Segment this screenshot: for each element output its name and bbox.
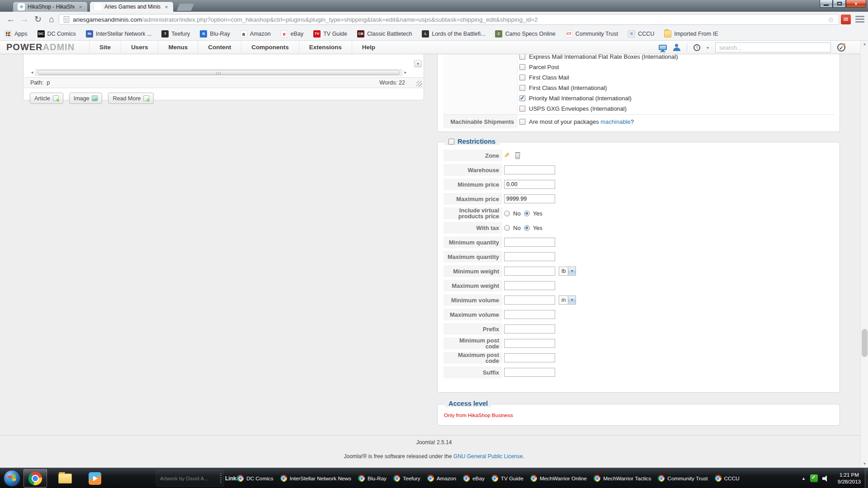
restriction-input[interactable] [504,252,555,261]
taskbar-mediaplayer-button[interactable] [83,469,107,488]
user-profile-icon[interactable] [673,44,680,51]
taskbar-explorer-button[interactable] [53,469,77,488]
restriction-input[interactable] [504,310,555,319]
taskbar-link[interactable]: CCCU [715,475,740,482]
volume-icon[interactable] [822,475,830,482]
taskbar-link[interactable]: Amazon [427,475,456,482]
admin-menu-item[interactable]: Site [89,41,121,54]
bookmark-item[interactable]: C Camo Specs Online [495,30,555,38]
scroll-left-icon[interactable]: ◄ [29,69,35,76]
restrictions-checkbox[interactable] [448,139,454,145]
browser-tab[interactable]: ✳ HikaShop - HikaShop - To × [13,1,88,12]
admin-menu-item[interactable]: Content [198,41,241,54]
show-desktop-button[interactable] [865,468,868,488]
admin-menu-item[interactable]: Help [352,41,385,54]
admin-menu-item[interactable]: Menus [158,41,198,54]
scroll-down-icon[interactable]: ▼ [861,460,868,468]
clock-icon[interactable] [693,44,700,51]
tab-close-icon[interactable]: × [77,4,84,10]
bookmark-item[interactable]: L Lords of the Battlefi... [422,30,485,38]
new-tab-button[interactable] [177,4,194,11]
preview-site-icon[interactable] [659,45,667,50]
chevron-down-icon[interactable]: ▾ [707,45,709,50]
home-icon[interactable]: ⌂ [45,13,58,26]
bookmark-item[interactable]: Imported From IE [664,30,718,38]
taskbar-clock[interactable]: 1:21 PM 9/28/2013 [835,472,863,485]
editor-insert-button[interactable]: Read More [108,93,154,104]
service-checkbox[interactable] [519,64,525,70]
admin-menu-item[interactable]: Extensions [299,41,352,54]
restriction-input[interactable] [504,165,555,174]
taskbar-chrome-button[interactable] [24,469,47,488]
address-bar[interactable]: ariesgamesandminis.com/administrator/ind… [59,14,839,25]
gmail-extension-icon[interactable]: ✉ [841,14,851,24]
taskbar-link[interactable]: DC Comics [237,475,274,482]
restriction-input[interactable] [504,281,555,290]
radio-no[interactable] [504,225,510,231]
taskbar-link[interactable]: Community Trust [658,475,708,482]
start-button[interactable] [4,470,20,487]
bookmark-item[interactable]: C CCCU [628,30,654,38]
service-checkbox[interactable] [519,54,525,60]
network-tray-icon[interactable] [810,474,818,482]
tab-close-icon[interactable]: × [163,4,170,10]
machinable-checkbox[interactable] [519,119,525,125]
restriction-input[interactable] [504,296,555,305]
editor-insert-button[interactable]: Article [30,93,63,104]
taskbar-link[interactable]: MechWarrior Tactics [594,475,651,482]
restriction-input[interactable] [504,353,555,362]
bookmark-item[interactable]: e eBay [281,30,304,38]
bookmark-item[interactable]: a Amazon [240,30,271,38]
taskbar-link[interactable]: InterStellar Network News [280,475,351,482]
close-button[interactable]: × [846,0,866,8]
taskbar-link[interactable]: MechWarrior Online [530,475,587,482]
edit-zone-icon[interactable]: ✎ [504,151,510,160]
taskbar-link[interactable]: TV Guide [491,475,524,482]
hidden-icons-arrow[interactable]: ▲ [802,476,806,481]
editor-horizontal-scrollbar[interactable]: ◄ ► [29,69,409,76]
restriction-input[interactable] [504,180,555,189]
maximize-button[interactable] [833,0,846,8]
radio-no[interactable] [504,211,510,216]
check-circle-icon[interactable]: ✓ [837,43,845,52]
minimize-button[interactable] [820,0,833,8]
refresh-icon[interactable]: ↻ [32,13,44,26]
unit-select[interactable]: in▼ [559,296,576,305]
bookmark-item[interactable]: B Blu-Ray [200,30,230,38]
unit-select[interactable]: lb▼ [559,267,576,276]
delete-zone-icon[interactable] [515,154,520,159]
taskbar-link[interactable]: Teefury [393,475,420,482]
scrollbar-thumb[interactable] [38,70,400,75]
scroll-up-icon[interactable]: ▲ [861,41,868,48]
bookmark-item[interactable]: DC DC Comics [38,30,76,38]
machinable-link[interactable]: machinable [600,118,631,125]
taskbar-link[interactable]: eBay [463,475,485,482]
radio-yes[interactable] [524,225,530,231]
dropdown-arrow-icon[interactable]: ▼ [568,267,576,275]
page-scrollbar[interactable]: ▲ ▼ [860,41,868,468]
service-checkbox[interactable] [519,75,525,80]
service-checkbox[interactable] [519,95,525,101]
restriction-input[interactable] [504,324,555,333]
taskbar-link[interactable]: Blu-Ray [358,475,387,482]
bookmark-star-icon[interactable]: ☆ [826,15,836,24]
service-checkbox[interactable] [519,106,525,112]
chrome-menu-icon[interactable] [855,16,864,23]
radio-yes[interactable] [524,211,530,216]
scrollbar-track[interactable] [35,69,402,76]
restriction-input[interactable] [504,238,555,247]
forward-icon[interactable]: → [18,13,31,26]
taskbar-window-button[interactable]: Artwork by David A... [156,470,224,487]
back-icon[interactable]: ← [5,13,17,26]
scroll-right-icon[interactable]: ► [402,69,409,76]
gpl-license-link[interactable]: GNU General Public License [453,453,523,460]
browser-tab[interactable]: Aries Games and Minis - A × [90,1,174,12]
bookmark-item[interactable]: TV TV Guide [313,30,347,38]
restriction-input[interactable] [504,267,555,276]
admin-search-input[interactable] [715,42,831,52]
restriction-input[interactable] [504,339,555,348]
bookmark-item[interactable]: Apps [5,30,28,38]
scrollbar-thumb[interactable] [862,329,868,357]
bookmark-item[interactable]: CB Classic Battletech [357,30,412,38]
bookmark-item[interactable]: T Teefury [161,30,190,38]
